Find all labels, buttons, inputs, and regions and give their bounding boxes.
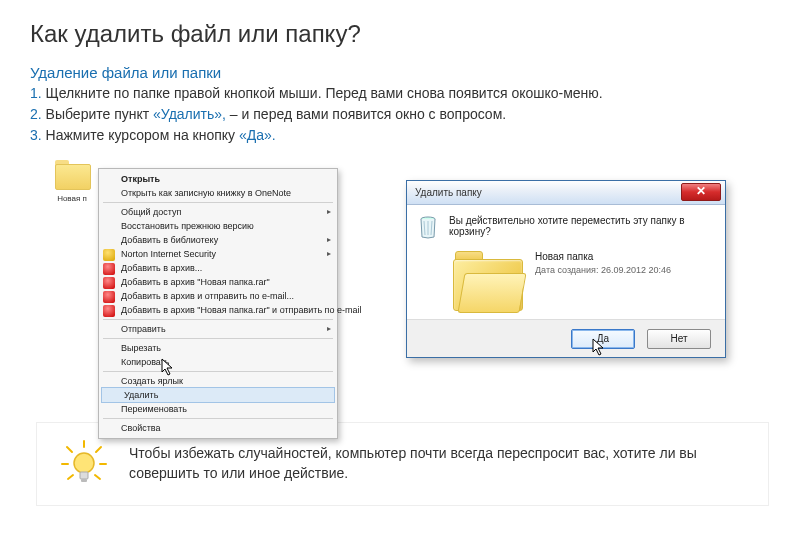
lightbulb-icon — [59, 439, 109, 489]
menu-onenote[interactable]: Открыть как записную книжку в OneNote — [99, 186, 337, 200]
menu-share[interactable]: Общий доступ — [99, 205, 337, 219]
menu-restore[interactable]: Восстановить прежнюю версию — [99, 219, 337, 233]
step-number: 3. — [30, 127, 42, 143]
menu-archive-named[interactable]: Добавить в архив "Новая папка.rar" — [99, 275, 337, 289]
step-2: 2. Выберите пункт «Удалить», – и перед в… — [30, 104, 775, 125]
folder-label: Новая п — [46, 194, 98, 203]
dialog-question: Вы действительно хотите переместить эту … — [449, 215, 713, 237]
menu-cut[interactable]: Вырезать — [99, 341, 337, 355]
menu-archive[interactable]: Добавить в архив... — [99, 261, 337, 275]
dialog-folder-name: Новая папка — [535, 251, 671, 262]
menu-norton[interactable]: Norton Internet Security — [99, 247, 337, 261]
step-1: 1. Щелкните по папке правой кнопкой мыши… — [30, 83, 775, 104]
step-number: 2. — [30, 106, 42, 122]
close-button[interactable]: ✕ — [681, 183, 721, 201]
step-3: 3. Нажмите курсором на кнопку «Да». — [30, 125, 775, 146]
archive-icon — [103, 291, 115, 303]
svg-line-3 — [96, 447, 101, 452]
menu-open[interactable]: Открыть — [99, 172, 337, 186]
recycle-bin-icon — [419, 215, 437, 239]
svg-point-8 — [74, 453, 94, 473]
archive-icon — [103, 305, 115, 317]
delete-dialog-figure: Удалить папку ✕ Вы действительно хотите … — [406, 180, 726, 358]
dialog-folder-date: Дата создания: 26.09.2012 20:46 — [535, 265, 671, 275]
svg-line-7 — [95, 475, 100, 479]
menu-archive-email[interactable]: Добавить в архив и отправить по e-mail..… — [99, 289, 337, 303]
folder-large-icon — [449, 251, 525, 313]
menu-send-to[interactable]: Отправить — [99, 322, 337, 336]
tip-text: Чтобы избежать случайностей, компьютер п… — [129, 444, 746, 483]
step-link: «Да». — [239, 127, 276, 143]
shield-icon — [103, 249, 115, 261]
step-text: Выберите пункт — [46, 106, 153, 122]
context-menu-figure: Новая п Открыть Открыть как записную кни… — [46, 160, 346, 410]
cursor-icon — [161, 358, 177, 378]
context-menu: Открыть Открыть как записную книжку в On… — [98, 168, 338, 439]
svg-line-6 — [68, 475, 73, 479]
menu-shortcut[interactable]: Создать ярлык — [99, 374, 337, 388]
menu-rename[interactable]: Переименовать — [99, 402, 337, 416]
cursor-icon — [592, 338, 608, 358]
archive-icon — [103, 277, 115, 289]
no-button[interactable]: Нет — [647, 329, 711, 349]
menu-archive-named-email[interactable]: Добавить в архив "Новая папка.rar" и отп… — [99, 303, 337, 317]
dialog-titlebar[interactable]: Удалить папку ✕ — [407, 181, 725, 205]
instruction-steps: 1. Щелкните по папке правой кнопкой мыши… — [30, 83, 775, 146]
folder-icon — [52, 160, 92, 192]
step-text: Нажмите курсором на кнопку — [46, 127, 239, 143]
dialog-title: Удалить папку — [415, 187, 482, 198]
step-link: «Удалить», — [153, 106, 226, 122]
section-subtitle: Удаление файла или папки — [30, 64, 775, 81]
folder-thumbnail[interactable]: Новая п — [46, 160, 98, 203]
svg-line-2 — [67, 447, 72, 452]
svg-rect-10 — [81, 479, 87, 482]
svg-rect-9 — [80, 472, 88, 479]
step-text-after: – и перед вами появится окно с вопросом. — [226, 106, 506, 122]
menu-copy[interactable]: Копировать — [99, 355, 337, 369]
step-text: Щелкните по папке правой кнопкой мыши. П… — [46, 85, 603, 101]
menu-delete[interactable]: Удалить — [101, 387, 335, 403]
dialog-buttons: Да Нет — [407, 319, 725, 357]
menu-library[interactable]: Добавить в библиотеку — [99, 233, 337, 247]
archive-icon — [103, 263, 115, 275]
menu-properties[interactable]: Свойства — [99, 421, 337, 435]
step-number: 1. — [30, 85, 42, 101]
page-title: Как удалить файл или папку? — [30, 20, 775, 48]
delete-dialog: Удалить папку ✕ Вы действительно хотите … — [406, 180, 726, 358]
